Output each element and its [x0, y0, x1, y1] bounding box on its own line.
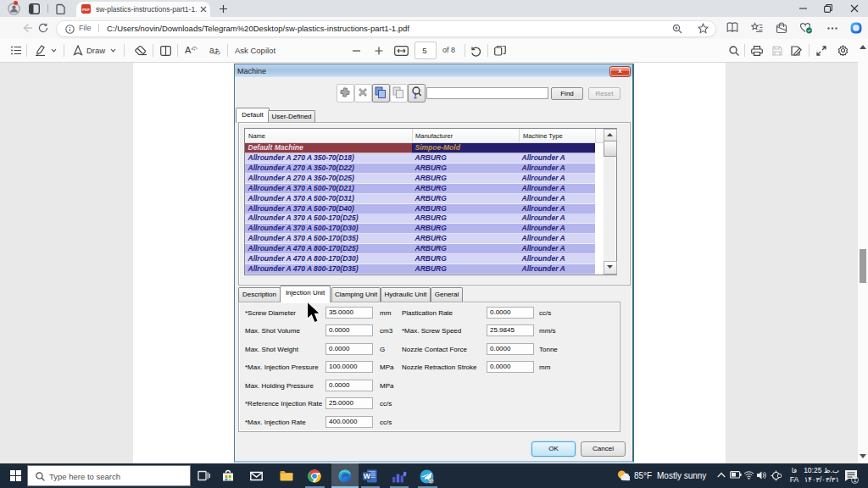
svg-text:1: 1	[854, 477, 857, 483]
svg-text:PDF: PDF	[82, 8, 90, 12]
svg-text:57: 57	[429, 480, 434, 484]
svg-text:W: W	[364, 472, 371, 480]
